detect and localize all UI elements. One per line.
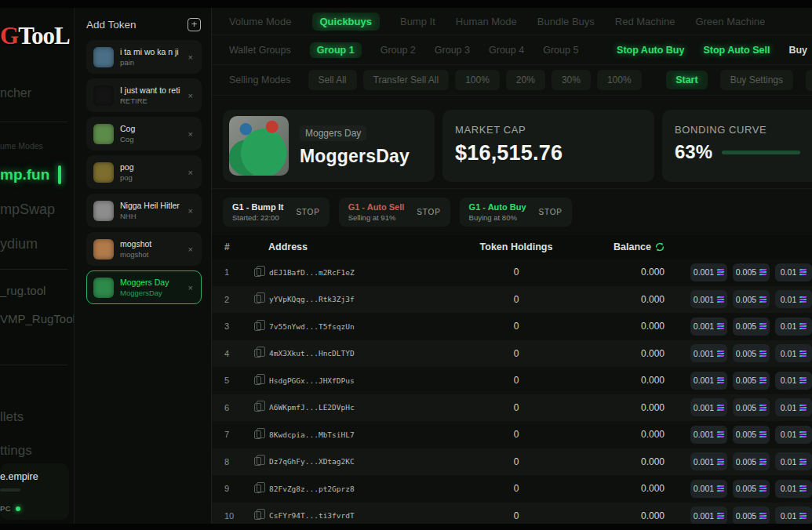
quickbuy-button-0005[interactable]: 0.005 [733, 480, 770, 498]
copy-address-icon[interactable] [254, 295, 261, 303]
wallet-address[interactable]: HsdgPGGx...JHXfDPus [269, 376, 355, 385]
quickbuy-button-0001[interactable]: 0.001 [690, 426, 727, 444]
wallet-address[interactable]: A6WKpmfJ...LE2DVpHc [269, 403, 355, 412]
quickbuy-button-0005[interactable]: 0.005 [733, 318, 770, 336]
sidebar-item-rugtool-link[interactable]: _rug.tool [0, 284, 46, 297]
wallet-address[interactable]: 4mX3Xkut...HncDLTYD [269, 349, 355, 358]
quickbuy-button-0005[interactable]: 0.005 [733, 426, 770, 444]
quickbuy-button-0001[interactable]: 0.001 [690, 506, 727, 524]
token-list-item[interactable]: I just want to retire RETIRE × [86, 78, 202, 112]
token-list-item[interactable]: mogshot mogshot × [86, 232, 202, 266]
quickbuy-button-0001[interactable]: 0.001 [690, 290, 727, 308]
quickbuy-button-0001[interactable]: 0.001 [690, 480, 727, 498]
clipped-button[interactable] [806, 70, 812, 91]
quickbuy-button-0001[interactable]: 0.001 [690, 398, 727, 416]
token-list-item[interactable]: Cog Cog × [86, 117, 202, 151]
quickbuy-button-001-clipped[interactable]: 0.01 [775, 398, 812, 416]
sidebar-item-settings[interactable]: ttings [0, 443, 32, 459]
mode-tab[interactable]: Green Machine [695, 16, 765, 27]
sidebar-item-pumpfun[interactable]: mp.fun [0, 166, 49, 183]
buy-settings-button[interactable]: Buy Settings [720, 70, 793, 90]
sidebar-footer-card[interactable]: e.empire PC [0, 463, 69, 520]
sell-mode-button[interactable]: 100% [597, 70, 642, 90]
buy-button-clipped[interactable]: Buy [788, 45, 807, 56]
stop-auto-buy-button[interactable]: Stop Auto Buy [617, 45, 684, 56]
quickbuy-button-001-clipped[interactable]: 0.01 [775, 263, 812, 281]
sell-mode-button[interactable]: Sell All [308, 70, 357, 90]
wallet-address[interactable]: CsFYr94T...ti3fvrdT [269, 511, 355, 520]
wallet-group-tab[interactable]: Group 4 [489, 45, 524, 56]
task-stop-button[interactable]: STOP [417, 208, 440, 216]
copy-address-icon[interactable] [254, 511, 261, 520]
remove-token-icon[interactable]: × [187, 128, 195, 140]
token-list-item[interactable]: Nigga Heil Hitler NHH × [86, 194, 202, 227]
remove-token-icon[interactable]: × [187, 205, 195, 217]
quickbuy-button-0005[interactable]: 0.005 [733, 344, 770, 362]
quickbuy-button-0005[interactable]: 0.005 [733, 372, 770, 390]
copy-address-icon[interactable] [254, 457, 261, 466]
stop-auto-sell-button[interactable]: Stop Auto Sell [703, 45, 770, 56]
quickbuy-button-0001[interactable]: 0.001 [690, 318, 727, 336]
quickbuy-button-001-clipped[interactable]: 0.01 [775, 480, 812, 498]
wallet-address[interactable]: 82FvZg8z...pt2Gprz8 [269, 485, 355, 493]
wallet-group-tab[interactable]: Group 3 [435, 45, 470, 56]
quickbuy-button-001-clipped[interactable]: 0.01 [775, 318, 812, 336]
copy-address-icon[interactable] [254, 403, 261, 412]
copy-address-icon[interactable] [254, 349, 261, 358]
quickbuy-button-0005[interactable]: 0.005 [733, 452, 770, 470]
quickbuy-button-001-clipped[interactable]: 0.01 [775, 290, 812, 308]
mode-tab[interactable]: Quickbuys [312, 13, 380, 31]
wallet-address[interactable]: 7v55nYwd...T5fsqzUn [269, 322, 355, 331]
task-stop-button[interactable]: STOP [539, 208, 563, 216]
quickbuy-button-0005[interactable]: 0.005 [733, 398, 770, 416]
copy-address-icon[interactable] [254, 268, 261, 277]
remove-token-icon[interactable]: × [187, 281, 195, 294]
mode-tab[interactable]: Bundle Buys [537, 16, 595, 27]
mode-tab[interactable]: Human Mode [456, 16, 517, 27]
quickbuy-button-001-clipped[interactable]: 0.01 [775, 426, 812, 444]
sell-mode-button[interactable]: 20% [506, 70, 545, 90]
token-list-item[interactable]: pog pog × [86, 155, 202, 189]
remove-token-icon[interactable]: × [187, 243, 195, 256]
wallet-address[interactable]: yYVpKQqg...Rtk3Zj3f [269, 295, 355, 303]
quickbuy-button-0001[interactable]: 0.001 [690, 344, 727, 362]
quickbuy-button-001-clipped[interactable]: 0.01 [775, 372, 812, 390]
copy-address-icon[interactable] [254, 430, 261, 439]
add-token-icon[interactable]: + [188, 18, 201, 31]
quickbuy-button-0001[interactable]: 0.001 [690, 263, 727, 281]
token-list-item[interactable]: Moggers Day MoggersDay × [86, 270, 202, 304]
task-stop-button[interactable]: STOP [296, 208, 319, 216]
sidebar-item-wallets[interactable]: llets [0, 409, 24, 425]
quickbuy-button-001-clipped[interactable]: 0.01 [775, 506, 812, 524]
start-button[interactable]: Start [666, 71, 707, 89]
sell-mode-button[interactable]: Transfer Sell All [363, 70, 450, 90]
copy-address-icon[interactable] [254, 485, 261, 493]
quickbuy-button-0005[interactable]: 0.005 [733, 263, 770, 281]
remove-token-icon[interactable]: × [187, 89, 195, 102]
sidebar-item-raydium[interactable]: ydium [0, 236, 38, 252]
wallet-address[interactable]: Dz7qGhFy...XDtag2KC [269, 457, 355, 466]
quickbuy-button-001-clipped[interactable]: 0.01 [775, 344, 812, 362]
sidebar-item-pumpswap[interactable]: mpSwap [0, 201, 55, 218]
mode-tab[interactable]: Volume Mode [229, 16, 292, 27]
wallet-group-tab[interactable]: Group 5 [543, 45, 578, 56]
copy-address-icon[interactable] [254, 376, 261, 385]
quickbuy-button-001-clipped[interactable]: 0.01 [775, 452, 812, 470]
mode-tab[interactable]: Red Machine [615, 16, 675, 27]
quickbuy-button-0005[interactable]: 0.005 [733, 506, 770, 524]
quickbuy-button-0005[interactable]: 0.005 [733, 290, 770, 308]
sell-mode-button[interactable]: 30% [552, 70, 591, 90]
sidebar-item-launcher[interactable]: ncher [0, 86, 31, 100]
mode-tab[interactable]: Bump It [400, 16, 435, 27]
wallet-address[interactable]: 8Kwdcpia...MbTsiHL7 [269, 430, 355, 439]
wallet-address[interactable]: dEJ1BafD...m2RcF1eZ [269, 268, 355, 277]
refresh-balance-icon[interactable] [655, 242, 665, 252]
quickbuy-button-0001[interactable]: 0.001 [690, 452, 727, 470]
wallet-group-tab[interactable]: Group 1 [310, 42, 362, 58]
sell-mode-button[interactable]: 100% [455, 70, 500, 90]
remove-token-icon[interactable]: × [187, 166, 195, 179]
sidebar-item-rugtoolz-link[interactable]: VMP_RugToolz [0, 312, 75, 325]
remove-token-icon[interactable]: × [187, 51, 195, 64]
token-list-item[interactable]: i ta mi wo ka n ji ro pain × [86, 40, 202, 74]
wallet-group-tab[interactable]: Group 2 [381, 45, 416, 56]
